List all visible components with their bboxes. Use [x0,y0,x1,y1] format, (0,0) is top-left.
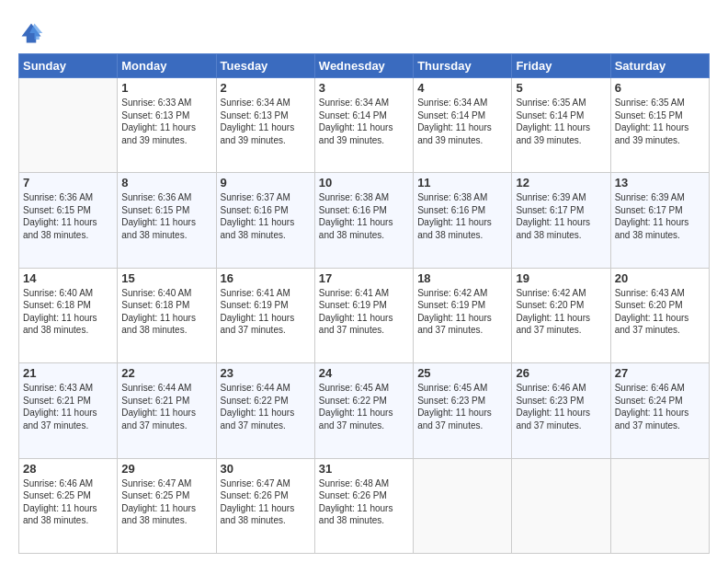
day-info: Sunrise: 6:38 AM Sunset: 6:16 PM Dayligh… [319,191,409,241]
day-number: 29 [121,462,211,476]
day-number: 11 [417,176,507,190]
calendar-cell: 2Sunrise: 6:34 AM Sunset: 6:13 PM Daylig… [216,78,314,173]
calendar-cell: 29Sunrise: 6:47 AM Sunset: 6:25 PM Dayli… [118,458,216,553]
day-number: 17 [319,271,409,285]
day-number: 27 [615,366,705,380]
logo-icon [18,20,44,46]
day-info: Sunrise: 6:46 AM Sunset: 6:23 PM Dayligh… [516,382,606,431]
day-number: 1 [121,81,211,95]
day-info: Sunrise: 6:41 AM Sunset: 6:19 PM Dayligh… [221,287,311,337]
calendar-cell: 24Sunrise: 6:45 AM Sunset: 6:22 PM Dayli… [314,363,413,458]
weekday-header-wednesday: Wednesday [314,54,413,78]
day-number: 31 [319,462,409,476]
day-number: 12 [516,176,606,190]
calendar-week-row: 14Sunrise: 6:40 AM Sunset: 6:18 PM Dayli… [19,268,710,362]
calendar-table: SundayMondayTuesdayWednesdayThursdayFrid… [18,53,710,554]
day-number: 20 [615,271,705,285]
day-info: Sunrise: 6:44 AM Sunset: 6:22 PM Dayligh… [221,382,311,431]
day-info: Sunrise: 6:43 AM Sunset: 6:20 PM Dayligh… [615,287,705,337]
calendar-cell: 3Sunrise: 6:34 AM Sunset: 6:14 PM Daylig… [314,78,413,173]
day-info: Sunrise: 6:37 AM Sunset: 6:16 PM Dayligh… [221,191,311,241]
day-number: 10 [319,176,409,190]
weekday-header-monday: Monday [118,54,216,78]
day-info: Sunrise: 6:40 AM Sunset: 6:18 PM Dayligh… [121,287,211,337]
calendar-cell: 21Sunrise: 6:43 AM Sunset: 6:21 PM Dayli… [19,363,118,458]
day-info: Sunrise: 6:36 AM Sunset: 6:15 PM Dayligh… [23,191,113,241]
day-info: Sunrise: 6:43 AM Sunset: 6:21 PM Dayligh… [23,382,113,431]
day-number: 22 [121,366,211,380]
calendar-cell [19,78,118,173]
calendar-cell: 15Sunrise: 6:40 AM Sunset: 6:18 PM Dayli… [118,268,216,362]
weekday-header-friday: Friday [512,54,610,78]
calendar-cell: 27Sunrise: 6:46 AM Sunset: 6:24 PM Dayli… [610,363,709,458]
calendar-cell: 25Sunrise: 6:45 AM Sunset: 6:23 PM Dayli… [414,363,512,458]
calendar-week-row: 7Sunrise: 6:36 AM Sunset: 6:15 PM Daylig… [19,173,710,268]
day-info: Sunrise: 6:47 AM Sunset: 6:25 PM Dayligh… [121,477,211,527]
calendar-cell: 7Sunrise: 6:36 AM Sunset: 6:15 PM Daylig… [19,173,118,268]
weekday-header-sunday: Sunday [19,54,118,78]
calendar-cell: 9Sunrise: 6:37 AM Sunset: 6:16 PM Daylig… [216,173,314,268]
day-number: 14 [23,271,113,285]
day-info: Sunrise: 6:45 AM Sunset: 6:22 PM Dayligh… [319,382,409,431]
day-number: 28 [23,462,113,476]
day-info: Sunrise: 6:40 AM Sunset: 6:18 PM Dayligh… [23,287,113,337]
day-info: Sunrise: 6:38 AM Sunset: 6:16 PM Dayligh… [417,191,507,241]
calendar-cell: 18Sunrise: 6:42 AM Sunset: 6:19 PM Dayli… [414,268,512,362]
calendar-cell: 8Sunrise: 6:36 AM Sunset: 6:15 PM Daylig… [118,173,216,268]
day-number: 9 [221,176,311,190]
calendar-cell: 11Sunrise: 6:38 AM Sunset: 6:16 PM Dayli… [414,173,512,268]
day-number: 13 [615,176,705,190]
day-number: 15 [121,271,211,285]
day-number: 18 [417,271,507,285]
calendar-cell: 19Sunrise: 6:42 AM Sunset: 6:20 PM Dayli… [512,268,610,362]
day-info: Sunrise: 6:34 AM Sunset: 6:14 PM Dayligh… [319,97,409,146]
day-number: 4 [417,81,507,95]
calendar-cell: 17Sunrise: 6:41 AM Sunset: 6:19 PM Dayli… [314,268,413,362]
calendar-cell: 14Sunrise: 6:40 AM Sunset: 6:18 PM Dayli… [19,268,118,362]
calendar-cell: 26Sunrise: 6:46 AM Sunset: 6:23 PM Dayli… [512,363,610,458]
calendar-cell: 22Sunrise: 6:44 AM Sunset: 6:21 PM Dayli… [118,363,216,458]
day-number: 16 [221,271,311,285]
calendar-cell: 1Sunrise: 6:33 AM Sunset: 6:13 PM Daylig… [118,78,216,173]
calendar-cell: 10Sunrise: 6:38 AM Sunset: 6:16 PM Dayli… [314,173,413,268]
day-info: Sunrise: 6:36 AM Sunset: 6:15 PM Dayligh… [121,191,211,241]
calendar-cell: 12Sunrise: 6:39 AM Sunset: 6:17 PM Dayli… [512,173,610,268]
day-info: Sunrise: 6:39 AM Sunset: 6:17 PM Dayligh… [516,191,606,241]
day-number: 25 [417,366,507,380]
day-info: Sunrise: 6:34 AM Sunset: 6:14 PM Dayligh… [417,97,507,146]
day-info: Sunrise: 6:41 AM Sunset: 6:19 PM Dayligh… [319,287,409,337]
day-info: Sunrise: 6:35 AM Sunset: 6:14 PM Dayligh… [516,97,606,146]
day-info: Sunrise: 6:35 AM Sunset: 6:15 PM Dayligh… [615,97,705,146]
calendar-cell [610,458,709,553]
day-info: Sunrise: 6:39 AM Sunset: 6:17 PM Dayligh… [615,191,705,241]
calendar-cell [512,458,610,553]
day-number: 3 [319,81,409,95]
calendar-cell: 31Sunrise: 6:48 AM Sunset: 6:26 PM Dayli… [314,458,413,553]
calendar-week-row: 1Sunrise: 6:33 AM Sunset: 6:13 PM Daylig… [19,78,710,173]
day-info: Sunrise: 6:33 AM Sunset: 6:13 PM Dayligh… [121,97,211,146]
day-number: 21 [23,366,113,380]
header [18,17,710,46]
weekday-header-row: SundayMondayTuesdayWednesdayThursdayFrid… [19,54,710,78]
weekday-header-saturday: Saturday [610,54,709,78]
calendar-cell: 13Sunrise: 6:39 AM Sunset: 6:17 PM Dayli… [610,173,709,268]
day-info: Sunrise: 6:46 AM Sunset: 6:24 PM Dayligh… [615,382,705,431]
day-info: Sunrise: 6:47 AM Sunset: 6:26 PM Dayligh… [221,477,311,527]
day-info: Sunrise: 6:48 AM Sunset: 6:26 PM Dayligh… [319,477,409,527]
calendar-cell: 4Sunrise: 6:34 AM Sunset: 6:14 PM Daylig… [414,78,512,173]
calendar-cell: 23Sunrise: 6:44 AM Sunset: 6:22 PM Dayli… [216,363,314,458]
calendar-cell [414,458,512,553]
day-number: 5 [516,81,606,95]
calendar-cell: 30Sunrise: 6:47 AM Sunset: 6:26 PM Dayli… [216,458,314,553]
calendar-week-row: 21Sunrise: 6:43 AM Sunset: 6:21 PM Dayli… [19,363,710,458]
calendar-cell: 6Sunrise: 6:35 AM Sunset: 6:15 PM Daylig… [610,78,709,173]
day-number: 6 [615,81,705,95]
weekday-header-thursday: Thursday [414,54,512,78]
day-number: 8 [121,176,211,190]
day-number: 30 [221,462,311,476]
day-info: Sunrise: 6:44 AM Sunset: 6:21 PM Dayligh… [121,382,211,431]
page: SundayMondayTuesdayWednesdayThursdayFrid… [0,0,728,563]
calendar-cell: 5Sunrise: 6:35 AM Sunset: 6:14 PM Daylig… [512,78,610,173]
day-number: 19 [516,271,606,285]
calendar-cell: 28Sunrise: 6:46 AM Sunset: 6:25 PM Dayli… [19,458,118,553]
